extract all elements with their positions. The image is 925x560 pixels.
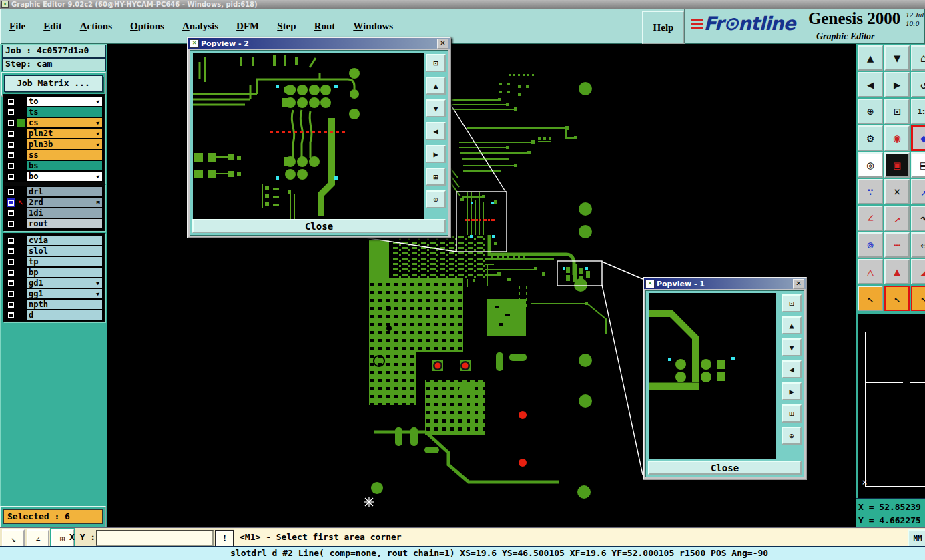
popview-1-window[interactable]: ✕ Popview - 1 ✕ ⊡▲▼◀▶⊞⊕ Close	[643, 277, 807, 480]
layer-name-npth[interactable]: npth	[27, 300, 102, 309]
layer-name-1di[interactable]: 1di	[27, 208, 102, 218]
layer-checkbox-ts[interactable]	[7, 108, 15, 117]
layer-name-drl[interactable]: drl	[27, 187, 102, 196]
layer-checkbox-2rd[interactable]	[7, 198, 15, 207]
layer-name-ts[interactable]: ts	[27, 107, 102, 117]
layer-checkbox-cs[interactable]	[7, 119, 15, 127]
pv1-pan-down-button[interactable]: ▼	[782, 338, 802, 356]
layer-checkbox-rout[interactable]	[7, 220, 15, 228]
angle-readout-button[interactable]: ∠	[27, 529, 49, 548]
select-touch-button[interactable]: △	[858, 259, 883, 284]
layer-row-ss[interactable]: ss	[5, 150, 103, 160]
move-vertex-button[interactable]: ↗	[911, 179, 925, 204]
layer-row-gd1[interactable]: gd1▶	[5, 278, 103, 288]
menu-analysis[interactable]: Analysis	[182, 21, 218, 32]
layer-row-tp[interactable]: tp	[5, 256, 103, 267]
pan-up-button[interactable]: ▲	[858, 45, 883, 71]
select-inside-button[interactable]: ▲	[884, 259, 910, 284]
pv2-pan-up-button[interactable]: ▲	[426, 77, 446, 95]
frame-select-button[interactable]: ↖	[884, 286, 910, 311]
menu-rout[interactable]: Rout	[314, 21, 336, 32]
zoom-1-2-button[interactable]: 1:2	[911, 99, 925, 124]
layer-checkbox-cvia[interactable]	[7, 236, 15, 245]
menu-edit[interactable]: Edit	[43, 21, 62, 32]
flip-transform-button[interactable]: ▣	[884, 152, 910, 178]
layer-checkbox-ss[interactable]	[7, 151, 15, 160]
layer-checkbox-to[interactable]	[7, 97, 15, 106]
pv1-detach-button[interactable]: ⊡	[782, 294, 802, 312]
layer-checkbox-1di[interactable]	[7, 209, 15, 218]
popview-1-titlebar[interactable]: ✕ Popview - 1 ✕	[644, 278, 806, 289]
layer-name-2rd[interactable]: 2rd⊞	[27, 198, 102, 207]
layer-checkbox-drl[interactable]	[7, 188, 15, 196]
pv1-pan-left-button[interactable]: ◀	[782, 360, 802, 378]
os-titlebar[interactable]: x Graphic Editor 9.02c2 (60@HY-HYCAM-PC6…	[0, 0, 925, 9]
pv1-pan-right-button[interactable]: ▶	[782, 382, 802, 400]
layer-checkbox-slol[interactable]	[7, 247, 15, 256]
feature-info-button[interactable]: ◎	[858, 152, 883, 178]
layer-row-bp[interactable]: bp	[5, 267, 103, 278]
units-button[interactable]: MM	[908, 529, 925, 547]
layer-row-to[interactable]: to▶	[5, 96, 103, 107]
zoom-window-button[interactable]: ↘	[2, 529, 25, 548]
angle-measure-button[interactable]: ∠	[858, 206, 883, 231]
pv2-detach-button[interactable]: ⊡	[426, 54, 446, 72]
layer-row-2rd[interactable]: ↖2rd⊞	[5, 197, 103, 208]
job-matrix-button[interactable]: Job Matrix ...	[4, 75, 103, 92]
layer-row-bo[interactable]: bo▶	[5, 171, 103, 182]
layer-name-to[interactable]: to▶	[27, 97, 102, 106]
select-outside-button[interactable]: ◢	[911, 259, 925, 284]
zoom-center-button[interactable]: ⊡	[884, 99, 910, 124]
menu-step[interactable]: Step	[277, 21, 296, 32]
layer-name-tp[interactable]: tp	[27, 257, 102, 266]
netlist-highlight-button[interactable]: ◆	[911, 125, 925, 151]
pan-left-button[interactable]: ◀	[858, 72, 883, 97]
distance-measure-button[interactable]: ↔	[911, 232, 925, 258]
layer-checkbox-pln3b[interactable]	[7, 140, 15, 149]
pv1-pan-up-button[interactable]: ▲	[782, 316, 802, 334]
layer-row-ts[interactable]: ts	[5, 107, 103, 117]
pv2-pan-right-button[interactable]: ▶	[426, 145, 446, 163]
layer-checkbox-tp[interactable]	[7, 258, 15, 266]
layer-name-rout[interactable]: rout	[27, 219, 102, 228]
add-arc-button[interactable]: ↷	[911, 206, 925, 231]
layer-checkbox-bp[interactable]	[7, 268, 15, 277]
origin-mark-button[interactable]: ◉	[884, 125, 910, 151]
layer-row-1di[interactable]: 1di	[5, 208, 103, 218]
layer-row-pln2t[interactable]: pln2t▶	[5, 128, 103, 139]
layer-name-bo[interactable]: bo▶	[27, 172, 102, 181]
layer-row-cvia[interactable]: cvia	[5, 235, 103, 246]
net-connect-button[interactable]: ∵	[858, 179, 883, 204]
layer-name-d[interactable]: d	[27, 310, 102, 320]
pv1-zoom-out-button[interactable]: ⊞	[782, 404, 802, 423]
menu-dfm[interactable]: DFM	[236, 21, 259, 32]
close-icon[interactable]: ✕	[437, 39, 448, 49]
layer-row-drl[interactable]: drl	[5, 186, 103, 197]
popview-2-close-button[interactable]: Close	[192, 219, 446, 233]
pv1-zoom-in-button[interactable]: ⊕	[782, 427, 802, 445]
layer-name-gg1[interactable]: gg1▶	[27, 289, 102, 298]
measure-ruler-button[interactable]: ▤	[911, 152, 925, 178]
layer-name-bp[interactable]: bp	[27, 268, 102, 277]
zoom-extents-button[interactable]: ⊕	[858, 99, 883, 124]
layer-checkbox-d[interactable]	[7, 311, 15, 320]
layer-row-slol[interactable]: slol	[5, 246, 103, 256]
layer-checkbox-pln2t[interactable]	[7, 129, 15, 138]
pv2-zoom-out-button[interactable]: ⊞	[426, 168, 446, 186]
layer-name-pln2t[interactable]: pln2t▶	[27, 129, 102, 138]
menu-windows[interactable]: Windows	[353, 21, 393, 32]
break-line-button[interactable]: ┄	[884, 232, 910, 258]
pv2-zoom-in-button[interactable]: ⊕	[426, 190, 446, 208]
layer-name-bs[interactable]: bs	[27, 161, 102, 170]
menu-file[interactable]: File	[9, 21, 25, 32]
layer-checkbox-bs[interactable]	[7, 162, 15, 170]
pv2-pan-down-button[interactable]: ▼	[426, 99, 446, 117]
menu-options[interactable]: Options	[130, 21, 164, 32]
layer-name-cvia[interactable]: cvia	[27, 236, 102, 245]
layer-name-pln3b[interactable]: pln3b▶	[27, 139, 102, 149]
layer-name-cs[interactable]: cs▶	[27, 118, 102, 127]
add-line-button[interactable]: ↗	[884, 206, 910, 231]
menu-actions[interactable]: Actions	[80, 21, 112, 32]
layer-row-d[interactable]: d	[5, 310, 103, 320]
layer-row-pln3b[interactable]: pln3b▶	[5, 139, 103, 150]
